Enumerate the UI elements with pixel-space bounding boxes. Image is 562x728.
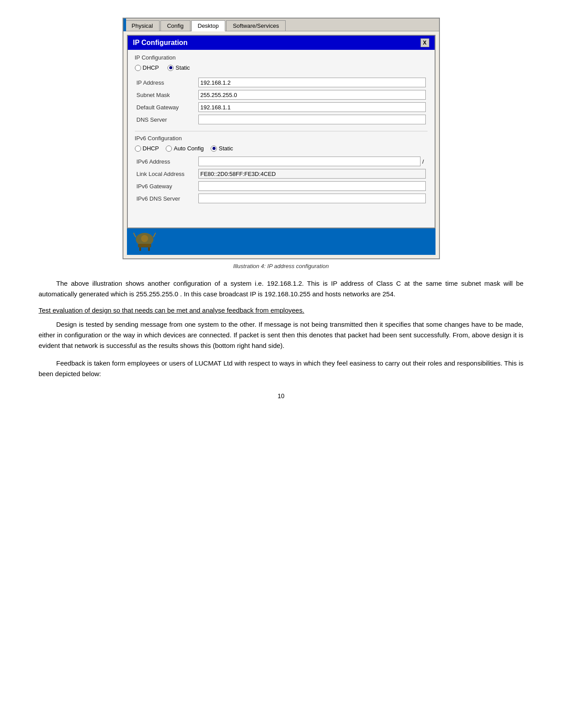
ipv4-fields-table: IP Address Subnet Mask Default Gateway: [135, 76, 428, 126]
default-gateway-row: Default Gateway: [135, 101, 428, 113]
ipv6-dhcp-radio-circle: [135, 146, 141, 152]
ipv6-dhcp-label: DHCP: [143, 145, 159, 152]
link-local-address-label: Link Local Address: [135, 168, 197, 180]
dns-server-label: DNS Server: [135, 113, 197, 126]
subnet-mask-input[interactable]: [198, 90, 426, 100]
ipv6-section-label: IPv6 Configuration: [135, 135, 428, 142]
ip-address-row: IP Address: [135, 76, 428, 89]
ipv6-address-row: IPv6 Address /: [135, 155, 428, 168]
dialog-title-bar: IP Configuration X: [128, 36, 435, 50]
tab-config[interactable]: Config: [160, 20, 190, 31]
ipv6-dns-server-label: IPv6 DNS Server: [135, 192, 197, 205]
tab-software-services[interactable]: Software/Services: [226, 20, 286, 31]
default-gateway-label: Default Gateway: [135, 101, 197, 113]
dialog-close-button[interactable]: X: [421, 38, 429, 47]
default-gateway-input[interactable]: [198, 102, 426, 112]
ip-section-label: IP Configuration: [135, 54, 428, 61]
static-radio[interactable]: Static: [167, 64, 190, 71]
ipv6-gateway-row: IPv6 Gateway: [135, 180, 428, 192]
ipv4-mode-row: DHCP Static: [135, 64, 428, 71]
dhcp-label: DHCP: [143, 64, 159, 71]
page-number: 10: [39, 392, 524, 399]
section-divider: [135, 131, 428, 131]
ipv6-fields-table: IPv6 Address / Link Local Address: [135, 155, 428, 205]
ip-configuration-dialog: IP Configuration X IP Configuration DHCP: [127, 35, 435, 228]
ip-address-input[interactable]: [198, 78, 426, 87]
tab-desktop[interactable]: Desktop: [191, 20, 226, 31]
ipv6-dhcp-radio[interactable]: DHCP: [135, 145, 159, 152]
page-content: Physical Config Desktop Software/Service…: [39, 18, 524, 399]
ipv6-slash: /: [421, 158, 426, 165]
dialog-area: IP Configuration X IP Configuration DHCP: [123, 31, 439, 258]
tab-bar: Physical Config Desktop Software/Service…: [123, 19, 439, 31]
paragraph-3: Feedback is taken form employees or user…: [39, 358, 524, 379]
dialog-title-text: IP Configuration: [133, 39, 188, 47]
ipv6-mode-row: DHCP Auto Config Static: [135, 145, 428, 152]
tab-physical[interactable]: Physical: [125, 20, 160, 31]
ipv6-gateway-input[interactable]: [198, 181, 426, 191]
bottom-spacing: [135, 210, 428, 223]
svg-rect-6: [148, 247, 150, 251]
ipv6-address-input[interactable]: [198, 157, 421, 166]
svg-rect-5: [139, 247, 141, 251]
bottom-image-area: [127, 228, 435, 255]
underline-heading: Test evaluation of design so that needs …: [39, 306, 524, 314]
svg-line-4: [153, 233, 156, 237]
svg-point-2: [141, 235, 148, 242]
link-local-address-row: Link Local Address: [135, 168, 428, 180]
ip-address-label: IP Address: [135, 76, 197, 89]
paragraph-2: Design is tested by sending message from…: [39, 319, 524, 351]
ipv6-dns-server-input[interactable]: [198, 194, 426, 203]
dns-server-input[interactable]: [198, 115, 426, 124]
ipv6-address-label: IPv6 Address: [135, 155, 197, 168]
dhcp-radio-circle: [135, 65, 141, 71]
paragraph-1: The above illustration shows another con…: [39, 278, 524, 299]
dialog-body: IP Configuration DHCP Static: [128, 50, 435, 228]
router-icon: [131, 231, 158, 253]
ipv6-static-radio[interactable]: Static: [211, 145, 233, 152]
ipv6-static-radio-circle: [211, 146, 217, 152]
screenshot-container: Physical Config Desktop Software/Service…: [123, 18, 440, 259]
ipv6-auto-config-label: Auto Config: [174, 145, 204, 152]
static-label: Static: [175, 64, 190, 71]
ipv6-auto-radio-circle: [166, 146, 172, 152]
ipv6-auto-config-radio[interactable]: Auto Config: [166, 145, 204, 152]
subnet-mask-row: Subnet Mask: [135, 89, 428, 101]
svg-rect-1: [138, 244, 151, 247]
subnet-mask-label: Subnet Mask: [135, 89, 197, 101]
illustration-caption: Illustration 4: IP address configuration: [39, 263, 524, 269]
dns-server-row: DNS Server: [135, 113, 428, 126]
svg-line-3: [134, 233, 136, 237]
static-radio-circle: [167, 65, 174, 71]
dhcp-radio[interactable]: DHCP: [135, 64, 159, 71]
ipv6-static-label: Static: [219, 145, 233, 152]
link-local-address-input[interactable]: [198, 169, 426, 179]
ipv6-dns-server-row: IPv6 DNS Server: [135, 192, 428, 205]
ipv6-gateway-label: IPv6 Gateway: [135, 180, 197, 192]
